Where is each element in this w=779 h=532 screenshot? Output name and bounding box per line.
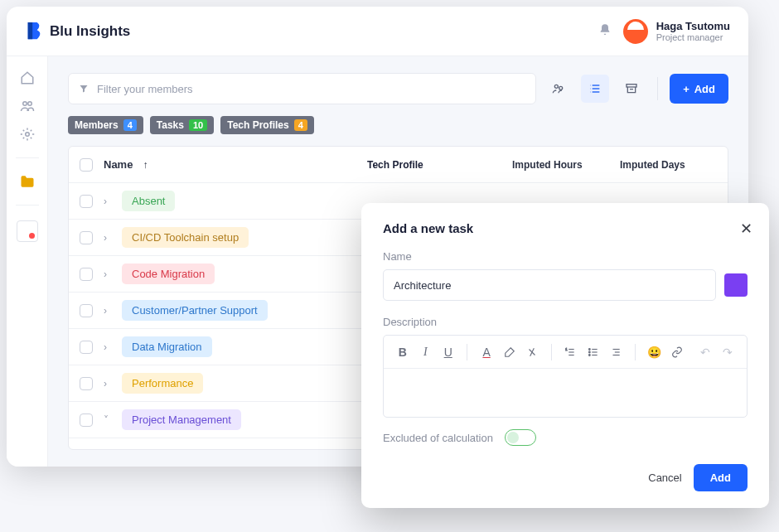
svg-point-4 — [559, 86, 563, 89]
select-all-checkbox[interactable] — [80, 158, 93, 172]
plus-icon: + — [683, 83, 689, 95]
task-pill: Absent — [122, 191, 175, 211]
excluded-label: Excluded of calculation — [383, 432, 493, 444]
members-view-icon[interactable] — [544, 75, 573, 103]
app-title: Blu Insights — [50, 23, 130, 40]
col-hours[interactable]: Imputed Hours — [512, 159, 620, 171]
home-icon[interactable] — [19, 70, 36, 86]
cancel-button[interactable]: Cancel — [648, 472, 681, 484]
redo-icon[interactable]: ↷ — [719, 342, 736, 362]
chevron-icon[interactable]: › — [104, 232, 115, 244]
sidebar — [7, 56, 48, 467]
svg-point-3 — [554, 85, 558, 88]
task-pill: CI/CD Toolchain setup — [122, 227, 249, 248]
indent-list-icon[interactable] — [607, 342, 625, 362]
filter-tag[interactable]: Tech Profiles4 — [220, 116, 314, 134]
chevron-icon[interactable]: › — [104, 196, 115, 207]
row-checkbox[interactable] — [80, 414, 93, 427]
svg-point-21 — [588, 354, 590, 355]
col-tech[interactable]: Tech Profile — [367, 159, 512, 171]
svg-point-0 — [22, 102, 27, 106]
svg-point-1 — [27, 102, 31, 106]
emoji-icon[interactable]: 😀 — [646, 342, 663, 362]
chevron-icon[interactable]: › — [104, 378, 115, 389]
task-name-input[interactable] — [383, 269, 716, 301]
description-textarea[interactable] — [384, 369, 747, 417]
row-checkbox[interactable] — [80, 341, 93, 354]
logo[interactable]: Blu Insights — [25, 21, 130, 42]
filter-tag[interactable]: Tasks10 — [150, 116, 214, 134]
svg-text:1: 1 — [566, 346, 569, 351]
list-view-icon[interactable] — [581, 75, 609, 103]
task-pill: Code Migration — [122, 264, 215, 284]
svg-point-2 — [25, 133, 29, 137]
row-checkbox[interactable] — [80, 377, 93, 390]
user-block[interactable]: Haga Tsutomu Project manager — [656, 20, 730, 42]
task-pill: Project Management — [122, 409, 241, 430]
clear-format-icon[interactable] — [523, 342, 540, 362]
svg-point-19 — [588, 348, 590, 350]
add-button[interactable]: +Add — [670, 74, 728, 104]
toolbar: Filter your members +Add — [68, 73, 728, 104]
row-checkbox[interactable] — [80, 268, 93, 281]
svg-point-20 — [588, 351, 590, 353]
row-checkbox[interactable] — [80, 304, 93, 317]
avatar[interactable] — [623, 19, 648, 44]
filter-icon — [79, 84, 89, 94]
task-pill: Data Migration — [122, 336, 212, 357]
sort-asc-icon: ↑ — [143, 159, 148, 171]
bullet-list-icon[interactable] — [584, 342, 602, 362]
bell-icon[interactable] — [598, 23, 612, 40]
color-swatch[interactable] — [724, 273, 748, 297]
description-editor: B I U A 1 😀 ↶ ↷ — [383, 335, 748, 418]
text-color-icon[interactable]: A — [477, 342, 495, 362]
filter-input[interactable]: Filter your members — [68, 73, 536, 104]
task-pill: Performance — [122, 373, 203, 394]
gear-icon[interactable] — [19, 126, 36, 143]
archive-icon[interactable] — [617, 75, 646, 103]
svg-rect-11 — [627, 85, 636, 87]
add-task-modal: Add a new task ✕ Name Description B I U … — [361, 203, 769, 508]
col-days[interactable]: Imputed Days — [620, 159, 728, 171]
italic-icon[interactable]: I — [416, 342, 433, 362]
undo-icon[interactable]: ↶ — [696, 342, 714, 362]
ordered-list-icon[interactable]: 1 — [562, 342, 579, 362]
close-icon[interactable]: ✕ — [740, 220, 752, 238]
highlight-icon[interactable] — [501, 342, 518, 362]
link-icon[interactable] — [669, 342, 686, 362]
topbar: Blu Insights Haga Tsutomu Project manage… — [7, 7, 748, 56]
chevron-icon[interactable]: ˅ — [104, 414, 115, 426]
calendar-icon[interactable] — [17, 220, 38, 242]
task-pill: Customer/Partner Support — [122, 300, 268, 321]
user-role: Project manager — [656, 32, 730, 42]
chevron-icon[interactable]: › — [104, 341, 115, 353]
excluded-toggle[interactable] — [505, 429, 536, 446]
add-task-button[interactable]: Add — [694, 464, 748, 491]
name-field-label: Name — [383, 250, 748, 263]
users-icon[interactable] — [19, 98, 36, 114]
chevron-icon[interactable]: › — [104, 305, 115, 317]
folder-icon[interactable] — [19, 173, 36, 190]
col-name[interactable]: Name↑ — [104, 158, 367, 171]
modal-title: Add a new task — [383, 221, 748, 235]
filter-tag[interactable]: Members4 — [68, 116, 143, 134]
underline-icon[interactable]: U — [439, 342, 457, 362]
filter-tags: Members4Tasks10Tech Profiles4 — [68, 116, 728, 134]
row-checkbox[interactable] — [80, 231, 93, 244]
chevron-icon[interactable]: › — [104, 268, 115, 280]
bold-icon[interactable]: B — [394, 342, 411, 362]
row-checkbox[interactable] — [80, 195, 93, 208]
table-header: Name↑ Tech Profile Imputed Hours Imputed… — [69, 147, 728, 183]
logo-icon — [25, 21, 43, 42]
user-name: Haga Tsutomu — [656, 20, 730, 32]
description-field-label: Description — [383, 316, 748, 328]
